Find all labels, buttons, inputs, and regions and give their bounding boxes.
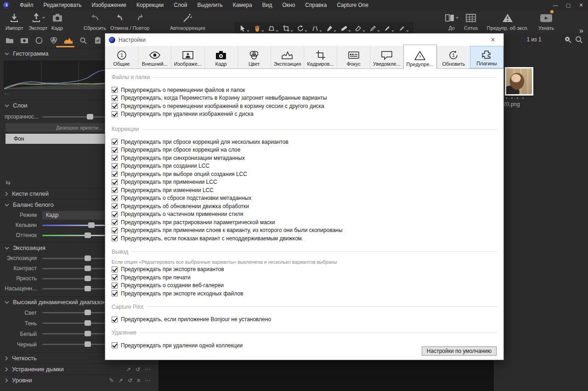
menu-item[interactable]: Слой — [169, 0, 192, 10]
levels-header[interactable]: Уровни ✎ ↗ ↺ ≡ ⋯ — [0, 374, 158, 385]
menu-item[interactable]: Изображение — [86, 0, 131, 10]
checkbox-checked[interactable] — [112, 163, 118, 169]
minimize-icon[interactable]: — — [552, 2, 559, 8]
menu-item[interactable]: Вид — [257, 0, 277, 10]
menu-item[interactable]: Редактировать — [39, 0, 87, 10]
warning-option-row[interactable]: Предупреждать о сбросе подстановки метад… — [112, 194, 497, 203]
tab-crop[interactable]: Кадриров... — [304, 46, 337, 68]
tab-focus[interactable]: Фокус — [337, 46, 370, 68]
tab-exposure[interactable]: Экспозиция — [271, 46, 304, 68]
more-tools-button[interactable]: » — [579, 27, 583, 35]
close-icon[interactable]: ✕ — [486, 36, 500, 43]
lens-icon[interactable] — [34, 36, 44, 45]
clipboard-icon[interactable] — [93, 36, 103, 45]
export-button[interactable]: Экспорт — [28, 11, 47, 31]
camera-icon[interactable] — [19, 36, 29, 45]
magnifier-icon[interactable] — [78, 36, 88, 45]
tab-plugins[interactable]: Плагины — [470, 46, 503, 68]
picker-icon[interactable]: ✎ — [109, 377, 114, 384]
tab-color[interactable]: Цвет — [237, 46, 271, 68]
checkbox-checked[interactable] — [112, 179, 118, 185]
checkbox-checked[interactable] — [112, 266, 118, 272]
checkbox-checked[interactable] — [112, 342, 118, 348]
checkbox-checked[interactable] — [112, 139, 118, 145]
checkbox-checked[interactable] — [112, 155, 118, 161]
slider-handle[interactable] — [85, 341, 91, 347]
slider-handle[interactable] — [85, 232, 91, 238]
warning-option-row[interactable]: Предупреждать о частичном применении сти… — [112, 210, 497, 219]
reset-button[interactable]: Сбросить — [84, 11, 106, 31]
checkbox-checked[interactable] — [112, 283, 118, 289]
more-icon[interactable]: ⋯ — [145, 377, 150, 384]
checkbox-checked[interactable] — [112, 290, 118, 296]
menu-item[interactable]: Коррекции — [131, 0, 169, 10]
undo-redo-buttons[interactable]: Отмена / Повтор — [110, 11, 149, 31]
checkbox-checked[interactable] — [112, 111, 118, 117]
rating-dots[interactable] — [506, 97, 524, 99]
warning-option-row[interactable]: Предупреждать при растрировании параметр… — [112, 218, 497, 227]
warning-option-row[interactable]: Предупреждать при экспорте вариантов — [112, 266, 497, 274]
warning-option-row[interactable]: Предупреждать об обновлении движка обраб… — [112, 202, 497, 210]
tab-update[interactable]: 1 Обновить — [437, 46, 470, 68]
warning-option-row[interactable]: Предупреждать о перемещении изображений … — [112, 102, 497, 110]
checkbox-checked[interactable] — [112, 317, 118, 323]
warning-option-row[interactable]: Предупреждать при сбросе коррекций на сл… — [112, 146, 497, 154]
warning-option-row[interactable]: Предупреждать при сбросе коррекций для н… — [112, 138, 497, 146]
warning-option-row[interactable]: Предупреждать о создании веб-галереи — [112, 282, 497, 290]
fill-pen-tool[interactable] — [384, 25, 394, 32]
slider-handle[interactable] — [87, 114, 93, 119]
warning-option-row[interactable]: Предупреждать при применении LCC — [112, 178, 497, 187]
tab-image[interactable]: Изображе... — [171, 46, 204, 68]
loupe-tool[interactable] — [268, 25, 278, 32]
warning-option-row[interactable]: Предупреждать при удалении изображений с… — [112, 110, 497, 119]
checkbox-checked[interactable] — [112, 95, 118, 101]
auto-adjust-button[interactable]: Автокоррекция — [170, 11, 205, 31]
slider-handle[interactable] — [85, 276, 91, 281]
straighten-tool[interactable] — [311, 25, 322, 32]
presets-icon[interactable]: ≡ — [137, 377, 140, 384]
expand-icon[interactable]: ↗ — [126, 366, 131, 373]
draw-mask-tool[interactable] — [326, 25, 336, 32]
checkbox-checked[interactable] — [112, 103, 118, 109]
gradient-pen-tool[interactable] — [398, 25, 409, 32]
slider-handle[interactable] — [85, 286, 91, 291]
slider-handle[interactable] — [85, 255, 91, 261]
menu-item[interactable]: Файл — [15, 0, 39, 10]
folder-icon[interactable] — [5, 36, 15, 45]
menu-item[interactable]: Выделить — [192, 0, 227, 10]
tab-appearance[interactable]: Внешний... — [138, 46, 171, 68]
tab-warnings[interactable]: ? Предупре... — [403, 45, 437, 69]
menu-item[interactable]: Окно — [277, 0, 300, 10]
color-wheels-icon[interactable] — [49, 36, 59, 45]
warning-option-row[interactable]: Предупреждать, если показан вариант с не… — [112, 234, 497, 243]
menu-item[interactable]: Capture One — [332, 0, 373, 10]
dehaze-header[interactable]: Устранение дымки ↗ ↺ ⋯ — [0, 363, 158, 374]
rotate-tool[interactable] — [297, 25, 307, 32]
warning-option-row[interactable]: Предупреждать, если приложение Bonjour н… — [112, 316, 497, 324]
slider-handle[interactable] — [85, 331, 91, 336]
close-icon[interactable]: ✕ — [578, 2, 584, 8]
checkbox-checked[interactable] — [112, 187, 118, 193]
pan-tool[interactable] — [254, 25, 264, 32]
warning-option-row[interactable]: Предупреждать при синхронизации метаданн… — [112, 154, 497, 162]
swap-icon[interactable]: ⇆ — [6, 179, 11, 186]
reset-section-icon[interactable]: ↺ — [128, 377, 132, 384]
erase-tool[interactable] — [355, 25, 365, 32]
checkbox-checked[interactable] — [112, 195, 118, 201]
search-icon[interactable] — [575, 36, 582, 43]
before-after-button[interactable]: До — [445, 11, 458, 31]
slider-handle[interactable] — [88, 222, 95, 228]
checkbox-checked[interactable] — [112, 203, 118, 209]
tab-capture[interactable]: Кадр — [204, 46, 237, 68]
warning-option-row[interactable]: Предупреждать, когда Переместить в Корзи… — [112, 94, 497, 102]
checkbox-checked[interactable] — [112, 171, 118, 177]
zoom-in-icon[interactable] — [564, 36, 571, 43]
grid-button[interactable]: Сетка — [464, 11, 478, 31]
checkbox-checked[interactable] — [112, 211, 118, 217]
tab-notifications[interactable]: Уведомле... — [370, 46, 403, 68]
exposure-curve-icon[interactable] — [63, 36, 74, 45]
menu-item[interactable]: Камера — [228, 0, 257, 10]
checkbox-checked[interactable] — [112, 274, 118, 280]
capture-button[interactable]: Кадр — [51, 11, 63, 31]
more-icon[interactable]: ⋯ — [145, 366, 150, 373]
